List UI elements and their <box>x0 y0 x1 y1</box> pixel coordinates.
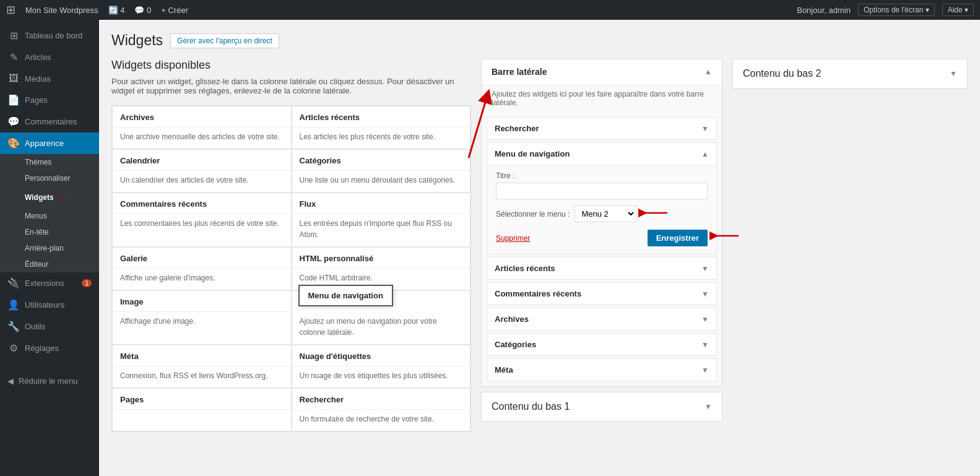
widget-articles-recents-desc: Les articles les plus récents de votre s… <box>292 128 470 149</box>
sidebar-panel-title: Barre latérale <box>492 67 547 77</box>
sidebar-item-pages[interactable]: 📄 Pages <box>0 89 99 111</box>
delete-widget-link[interactable]: Supprimer <box>496 234 530 243</box>
sidebar-widget-categories-header[interactable]: Catégories ▼ <box>487 334 716 355</box>
sidebar-panel-chevron-up: ▲ <box>705 67 712 76</box>
widget-galerie-title: Galerie <box>113 248 291 269</box>
widget-categories[interactable]: Catégories Une liste ou un menu déroulan… <box>292 149 471 193</box>
widget-html-perso[interactable]: HTML personnalisé Code HTML arbitraire. <box>292 247 471 290</box>
sidebar-item-utilisateurs[interactable]: 👤 Utilisateurs <box>0 294 99 316</box>
sidebar-widget-meta: Méta ▼ <box>487 358 717 381</box>
arrow-to-select <box>636 207 667 221</box>
help-button[interactable]: Aide ▾ <box>942 4 974 16</box>
sidebar-item-editeur[interactable]: Éditeur <box>0 256 99 272</box>
sidebar-widget-rechercher-title: Rechercher <box>495 124 539 133</box>
sidebar-widget-commentaires-recents: Commentaires récents ▼ <box>487 282 717 305</box>
menu-navigation-chevron: ▲ <box>701 150 709 158</box>
wp-logo-icon: ⊞ <box>6 3 15 17</box>
sidebar-item-articles[interactable]: ✎ Articles <box>0 46 99 68</box>
page-title: Widgets <box>111 32 163 49</box>
sidebar-label-tableau-de-bord: Tableau de bord <box>25 31 82 40</box>
pages-icon: 📄 <box>7 94 20 106</box>
sidebar-item-menus[interactable]: Menus <box>0 208 99 224</box>
commentaires-icon: 💬 <box>7 116 20 128</box>
sidebar-widget-commentaires-title: Commentaires récents <box>495 289 581 298</box>
widget-commentaires-recents[interactable]: Commentaires récents Les commentaires le… <box>112 193 292 247</box>
widget-meta[interactable]: Méta Connexion, flux RSS et liens WordPr… <box>112 345 292 388</box>
widget-calendrier[interactable]: Calendrier Un calendrier des articles de… <box>112 149 292 193</box>
sidebar-widget-menu-nav-title: Menu de navigation <box>495 149 570 158</box>
sidebar-item-commentaires[interactable]: 💬 Commentaires <box>0 111 99 132</box>
sidebar-widget-rechercher-header[interactable]: Rechercher ▼ <box>487 118 716 139</box>
sidebar-widget-commentaires-header[interactable]: Commentaires récents ▼ <box>487 283 716 305</box>
sidebar-widget-menu-navigation: Menu de navigation ▲ Titre : Sélectionne… <box>487 142 717 254</box>
utilisateurs-icon: 👤 <box>7 299 20 311</box>
select-menu-dropdown[interactable]: Menu 1 Menu 2 Menu 3 <box>575 206 636 222</box>
sidebar-item-apparence[interactable]: 🎨 Apparence <box>0 132 99 154</box>
sidebar-widget-articles-recents: Articles récents ▼ <box>487 257 717 280</box>
widget-menu-navigation[interactable]: Menu de navigation Ajoutez un menu de na… <box>292 290 471 345</box>
sidebar-panel-header[interactable]: Barre latérale ▲ <box>482 59 722 85</box>
updates-icon[interactable]: 🔄 4 <box>108 6 125 15</box>
widget-articles-recents-title: Articles récents <box>292 106 470 128</box>
titre-input[interactable] <box>496 183 708 199</box>
sidebar-item-themes[interactable]: Thèmes <box>0 154 99 170</box>
sidebar-label-commentaires: Commentaires <box>25 117 77 126</box>
sidebar-item-extensions[interactable]: 🔌 Extensions 1 <box>0 272 99 294</box>
sidebar-widget-menu-navigation-header[interactable]: Menu de navigation ▲ <box>487 143 716 165</box>
sidebar-item-tableau-de-bord[interactable]: ⊞ Tableau de bord <box>0 25 99 46</box>
sidebar-label-utilisateurs: Utilisateurs <box>25 300 64 309</box>
widget-rechercher-desc: Un formulaire de recherche de votre site… <box>292 410 470 431</box>
sidebar-panel: Barre latérale ▲ Ajoutez des widgets ici… <box>481 59 722 387</box>
titre-label: Titre : <box>496 171 708 180</box>
comments-icon[interactable]: 💬 0 <box>134 6 151 15</box>
sidebar-item-widgets[interactable]: Widgets ← <box>0 186 99 208</box>
widget-image[interactable]: Image Affichage d'une image. <box>112 290 292 345</box>
widget-categories-title: Catégories <box>292 150 470 171</box>
sidebar-widget-rechercher: Rechercher ▼ <box>487 117 717 140</box>
sidebar-widget-meta-header[interactable]: Méta ▼ <box>487 359 716 381</box>
meta-chevron: ▼ <box>701 366 709 374</box>
widget-calendrier-desc: Un calendrier des articles de votre site… <box>113 171 291 192</box>
contenu-bas-1-chevron: ▼ <box>705 402 712 411</box>
widget-pages[interactable]: Pages <box>112 388 292 431</box>
widget-galerie[interactable]: Galerie Affiche une galerie d'images. <box>112 247 292 290</box>
widget-rechercher[interactable]: Rechercher Un formulaire de recherche de… <box>292 388 471 431</box>
widget-flux[interactable]: Flux Les entrées depuis n'importe quel f… <box>292 193 471 247</box>
sidebar-item-personnaliser[interactable]: Personnaliser <box>0 170 99 186</box>
sidebar-item-outils[interactable]: 🔧 Outils <box>0 316 99 337</box>
sidebar-item-arriere-plan[interactable]: Arrière-plan <box>0 240 99 256</box>
widget-archives[interactable]: Archives Une archive mensuelle des artic… <box>112 106 292 149</box>
contenu-bas-2-header[interactable]: Contenu du bas 2 ▼ <box>733 59 967 89</box>
widget-categories-desc: Une liste ou un menu déroulant des catég… <box>292 171 470 192</box>
save-widget-button[interactable]: Enregistrer <box>648 230 708 246</box>
sidebar-widget-archives-title: Archives <box>495 314 529 324</box>
sidebar-item-medias[interactable]: 🖼 Médias <box>0 68 99 89</box>
reduce-menu-item[interactable]: ◀ Réduire le menu <box>0 371 99 391</box>
apercu-button[interactable]: Gérer avec l'aperçu en direct <box>170 33 279 48</box>
sidebar-item-en-tete[interactable]: En-tête <box>0 224 99 240</box>
bonjour-text: Bonjour, admin <box>797 6 851 15</box>
dashboard-icon: ⊞ <box>7 30 20 41</box>
reglages-icon: ⚙ <box>7 342 20 354</box>
sidebar-widget-articles-header[interactable]: Articles récents ▼ <box>487 257 716 279</box>
sidebar-label-reglages: Réglages <box>25 344 59 353</box>
sidebar-label-pages: Pages <box>25 95 48 105</box>
sidebar-widget-menu-nav-body: Titre : Sélectionner le menu : Menu 1 Me… <box>487 165 716 254</box>
archives-chevron: ▼ <box>701 315 709 324</box>
sidebar-widget-archives-header[interactable]: Archives ▼ <box>487 308 716 330</box>
site-name[interactable]: Mon Site Wordpress <box>25 6 98 15</box>
widget-nuage[interactable]: Nuage d'étiquettes Un nuage de vos étiqu… <box>292 345 471 388</box>
sidebar-widget-articles-title: Articles récents <box>495 264 555 273</box>
widget-articles-recents[interactable]: Articles récents Les articles les plus r… <box>292 106 471 149</box>
sidebar-item-reglages[interactable]: ⚙ Réglages <box>0 337 99 359</box>
contenu-bas-1-header[interactable]: Contenu du bas 1 ▼ <box>482 392 722 421</box>
sidebar-label-articles: Articles <box>25 53 51 62</box>
widget-image-desc: Affichage d'une image. <box>113 312 291 333</box>
create-button[interactable]: + Créer <box>161 6 188 15</box>
widget-flux-desc: Les entrées depuis n'importe quel flux R… <box>292 214 470 246</box>
widget-calendrier-title: Calendrier <box>113 150 291 171</box>
screen-options-button[interactable]: Options de l'écran ▾ <box>858 4 935 16</box>
widget-nuage-desc: Un nuage de vos étiquettes les plus util… <box>292 366 470 387</box>
widget-commentaires-recents-title: Commentaires récents <box>113 193 291 214</box>
outils-icon: 🔧 <box>7 321 20 332</box>
